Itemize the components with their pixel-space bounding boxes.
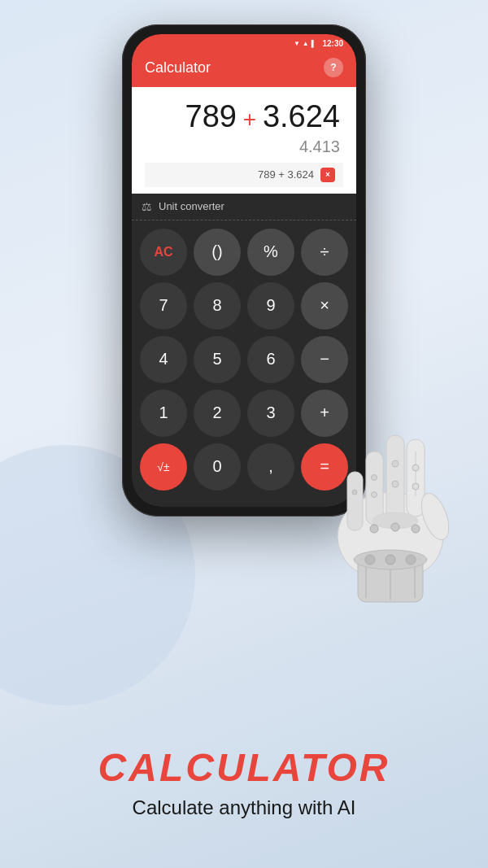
result-display: 4.413 — [145, 134, 343, 163]
svg-point-16 — [352, 490, 357, 495]
app-title: Calculator — [145, 59, 211, 76]
tagline: Calculate anything with AI — [0, 796, 488, 819]
app-header: Calculator ? — [132, 51, 356, 87]
wifi-icon: ▲ — [303, 40, 309, 47]
display-area: 789 + 3.624 4.413 789 + 3.624 × — [132, 87, 356, 194]
status-bar: ▼ ▲ ▌ 12:30 — [132, 34, 356, 51]
svg-rect-12 — [366, 451, 383, 525]
svg-point-19 — [370, 525, 378, 533]
help-button[interactable]: ? — [324, 58, 343, 77]
keypad-row-1: AC () % ÷ — [138, 229, 350, 276]
svg-point-20 — [391, 523, 399, 531]
svg-point-23 — [365, 555, 375, 565]
svg-rect-9 — [386, 435, 404, 521]
key-percent[interactable]: % — [247, 229, 294, 276]
operator-display: + — [237, 107, 263, 132]
key-9[interactable]: 9 — [247, 282, 294, 329]
scale-icon: ⚖ — [142, 200, 152, 213]
expression-text: 789 + 3.624 — [258, 168, 314, 181]
svg-point-10 — [392, 460, 399, 467]
main-expression: 789 + 3.624 — [145, 100, 343, 134]
battery-icon: ▌ — [312, 40, 316, 47]
robot-hand-image — [293, 309, 488, 602]
expression-bar: 789 + 3.624 × — [145, 163, 343, 187]
key-8[interactable]: 8 — [194, 282, 241, 329]
key-5[interactable]: 5 — [194, 336, 241, 383]
clear-label: × — [325, 170, 330, 179]
key-function[interactable]: √± — [140, 443, 187, 491]
key-divide[interactable]: ÷ — [301, 229, 348, 276]
svg-point-24 — [386, 555, 395, 565]
svg-point-14 — [372, 492, 377, 498]
key-1[interactable]: 1 — [140, 390, 187, 437]
clear-expression-button[interactable]: × — [320, 168, 335, 182]
status-icons: ▼ ▲ ▌ — [294, 40, 316, 47]
svg-point-21 — [412, 525, 420, 533]
svg-point-13 — [372, 475, 377, 481]
expression-part1: 789 — [185, 99, 237, 133]
svg-point-8 — [412, 483, 419, 490]
svg-point-25 — [406, 555, 416, 565]
key-parentheses[interactable]: () — [194, 229, 241, 276]
svg-point-11 — [392, 481, 399, 487]
key-3[interactable]: 3 — [247, 390, 294, 437]
help-label: ? — [330, 62, 336, 73]
signal-icon: ▼ — [294, 40, 300, 47]
unit-converter-bar[interactable]: ⚖ Unit converter — [132, 194, 356, 220]
key-ac[interactable]: AC — [140, 229, 187, 276]
key-2[interactable]: 2 — [194, 390, 241, 437]
key-6[interactable]: 6 — [247, 336, 294, 383]
app-name-large: CALCULATOR — [0, 745, 488, 790]
expression-part2: 3.624 — [263, 99, 340, 133]
unit-converter-label: Unit converter — [159, 200, 224, 212]
key-7[interactable]: 7 — [140, 282, 187, 329]
svg-rect-15 — [347, 472, 363, 530]
status-time: 12:30 — [322, 39, 343, 48]
svg-point-7 — [412, 465, 419, 471]
bottom-section: CALCULATOR Calculate anything with AI — [0, 745, 488, 819]
key-0[interactable]: 0 — [194, 443, 241, 491]
key-comma[interactable]: , — [247, 443, 294, 491]
key-4[interactable]: 4 — [140, 336, 187, 383]
